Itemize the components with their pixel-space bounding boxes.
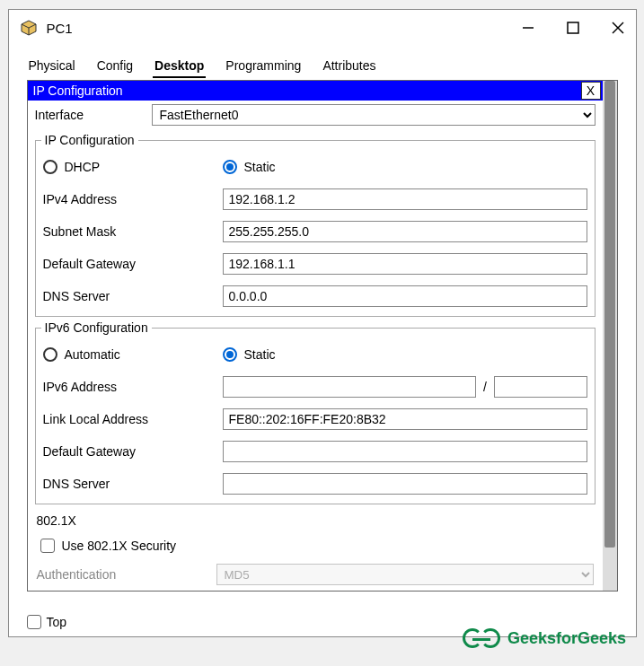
authentication-label: Authentication xyxy=(37,567,216,582)
close-button[interactable] xyxy=(609,19,627,37)
tab-attributes[interactable]: Attributes xyxy=(321,55,377,78)
window-controls xyxy=(519,19,627,37)
dot1x-section-label: 802.1X xyxy=(28,508,603,533)
ipv6-address-input[interactable] xyxy=(223,376,477,398)
ipv4-dhcp-radio[interactable]: DHCP xyxy=(43,160,223,174)
watermark-text: GeeksforGeeks xyxy=(507,629,626,648)
ipv6-prefix-input[interactable] xyxy=(494,376,587,398)
tab-desktop[interactable]: Desktop xyxy=(153,55,206,78)
ipv4-legend: IP Configuration xyxy=(41,133,138,147)
radio-icon xyxy=(43,160,57,174)
ipv6-dns-input[interactable] xyxy=(223,473,587,495)
prefix-separator: / xyxy=(483,380,487,394)
ipv4-address-input[interactable] xyxy=(223,188,587,210)
checkbox-icon xyxy=(40,539,55,553)
top-checkbox[interactable] xyxy=(27,615,41,629)
interface-row: Interface FastEthernet0 xyxy=(28,101,603,129)
titlebar: PC1 xyxy=(9,10,636,46)
radio-icon xyxy=(43,347,57,362)
tab-config[interactable]: Config xyxy=(95,55,135,78)
content-area: IP Configuration X Interface FastEtherne… xyxy=(27,80,618,592)
app-window: PC1 Physical Config Desktop Programming … xyxy=(8,9,637,637)
ipv4-address-label: IPv4 Address xyxy=(43,192,223,206)
static-label: Static xyxy=(244,160,276,174)
link-local-input[interactable] xyxy=(223,408,587,430)
gg-logo-icon xyxy=(463,628,500,648)
interface-select[interactable]: FastEthernet0 xyxy=(152,104,595,126)
ipv6-static-label: Static xyxy=(244,347,276,362)
ipv6-static-radio[interactable]: Static xyxy=(223,347,402,362)
dhcp-label: DHCP xyxy=(65,160,101,174)
ipv4-dns-label: DNS Server xyxy=(43,289,223,303)
ipv4-dns-input[interactable] xyxy=(223,285,587,307)
ipv4-gateway-input[interactable] xyxy=(223,253,587,275)
minimize-button[interactable] xyxy=(519,19,537,37)
ipv6-gateway-label: Default Gateway xyxy=(43,444,223,459)
auto-label: Automatic xyxy=(65,347,120,362)
tab-physical[interactable]: Physical xyxy=(27,55,77,78)
svg-rect-3 xyxy=(568,22,578,33)
ipv4-gateway-label: Default Gateway xyxy=(43,257,223,271)
scroll-thumb[interactable] xyxy=(604,81,615,548)
ipv6-dns-label: DNS Server xyxy=(43,477,223,491)
window-title: PC1 xyxy=(47,21,73,36)
ipv6-legend: IPv6 Configuration xyxy=(41,320,152,335)
link-local-label: Link Local Address xyxy=(43,412,223,426)
subnet-mask-input[interactable] xyxy=(223,221,587,242)
radio-icon-checked xyxy=(223,160,237,174)
app-icon xyxy=(18,17,40,39)
top-label: Top xyxy=(47,615,67,629)
use-8021x-label: Use 802.1X Security xyxy=(62,539,177,553)
bottom-bar: Top xyxy=(27,615,67,629)
interface-label: Interface xyxy=(35,108,152,122)
ipv4-fieldset: IP Configuration DHCP Static IPv4 Addres… xyxy=(35,133,595,317)
authentication-select[interactable]: MD5 xyxy=(216,564,594,585)
vertical-scrollbar[interactable] xyxy=(603,81,617,591)
ipv6-auto-radio[interactable]: Automatic xyxy=(43,347,223,362)
ipv6-gateway-input[interactable] xyxy=(223,441,587,462)
panel-header: IP Configuration X xyxy=(28,81,603,101)
watermark: GeeksforGeeks xyxy=(463,628,626,648)
tab-bar: Physical Config Desktop Programming Attr… xyxy=(9,46,636,78)
subnet-mask-label: Subnet Mask xyxy=(43,224,223,239)
ipv6-fieldset: IPv6 Configuration Automatic Static IPv6… xyxy=(35,320,595,504)
panel-close-button[interactable]: X xyxy=(581,82,601,100)
radio-icon-checked xyxy=(223,347,237,362)
ipv4-static-radio[interactable]: Static xyxy=(223,160,402,174)
panel-title: IP Configuration xyxy=(33,83,123,98)
tab-programming[interactable]: Programming xyxy=(224,55,303,78)
maximize-button[interactable] xyxy=(564,19,582,37)
use-8021x-row[interactable]: Use 802.1X Security xyxy=(28,533,603,558)
ipv6-address-label: IPv6 Address xyxy=(43,380,223,394)
